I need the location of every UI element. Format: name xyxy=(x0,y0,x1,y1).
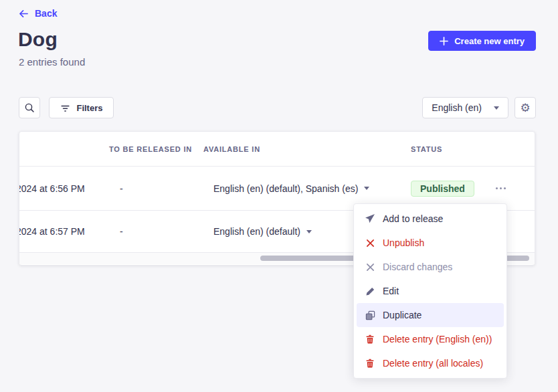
menu-item-label: Delete entry (all locales) xyxy=(383,358,483,369)
entries-count: 2 entries found xyxy=(19,56,85,68)
menu-item-label: Unpublish xyxy=(383,237,424,248)
cell-updated-at: 2024 at 6:57 PM xyxy=(19,226,85,237)
filters-label: Filters xyxy=(76,103,102,113)
search-button[interactable] xyxy=(19,97,40,118)
cross-icon xyxy=(365,262,375,272)
available-locales-text: English (en) (default), Spanish (es) xyxy=(213,183,358,194)
menu-item-edit[interactable]: Edit xyxy=(357,279,504,303)
create-new-entry-label: Create new entry xyxy=(454,36,525,46)
chevron-down-icon xyxy=(306,230,312,233)
menu-item-unpublish[interactable]: Unpublish xyxy=(357,231,504,255)
menu-item-label: Duplicate xyxy=(383,310,422,320)
back-label: Back xyxy=(35,8,57,19)
menu-item-label: Discard changes xyxy=(383,262,452,272)
page-title: Dog xyxy=(18,28,58,51)
column-header-status[interactable]: STATUS xyxy=(411,132,442,167)
row-actions-menu: Add to release Unpublish Discard changes… xyxy=(353,203,507,379)
cell-to-be-released-in: - xyxy=(120,226,123,237)
more-options-button[interactable] xyxy=(494,182,507,195)
gear-icon: ⚙ xyxy=(520,102,530,114)
menu-item-label: Edit xyxy=(383,286,399,296)
menu-item-add-to-release[interactable]: Add to release xyxy=(357,207,504,231)
cell-updated-at: 2024 at 6:56 PM xyxy=(19,183,85,194)
locale-select[interactable]: English (en) xyxy=(422,97,508,118)
create-new-entry-button[interactable]: Create new entry xyxy=(428,31,536,51)
available-locales-text: English (en) (default) xyxy=(213,226,300,237)
toolbar: Filters English (en) ⚙ xyxy=(19,97,536,118)
filters-button[interactable]: Filters xyxy=(49,97,114,118)
cell-to-be-released-in: - xyxy=(120,183,123,194)
filter-icon xyxy=(60,103,70,113)
duplicate-icon xyxy=(365,310,375,320)
menu-item-duplicate[interactable]: Duplicate xyxy=(357,303,504,327)
back-link[interactable]: Back xyxy=(19,8,57,19)
plus-icon xyxy=(440,37,448,45)
trash-icon xyxy=(365,334,375,345)
status-badge: Published xyxy=(411,181,474,197)
menu-item-label: Delete entry (English (en)) xyxy=(383,334,492,345)
table-header-row: TO BE RELEASED IN AVAILABLE IN STATUS xyxy=(19,132,535,167)
menu-item-delete-entry-locale[interactable]: Delete entry (English (en)) xyxy=(357,327,504,351)
column-header-to-be-released-in[interactable]: TO BE RELEASED IN xyxy=(109,132,192,167)
settings-button[interactable]: ⚙ xyxy=(515,97,536,118)
column-header-available-in[interactable]: AVAILABLE IN xyxy=(203,132,260,167)
send-icon xyxy=(365,213,375,224)
trash-icon xyxy=(365,358,375,369)
pencil-icon xyxy=(365,286,375,296)
arrow-left-icon xyxy=(19,9,29,19)
cell-available-in[interactable]: English (en) (default) xyxy=(213,226,312,237)
locale-selected-value: English (en) xyxy=(432,102,482,113)
menu-item-delete-entry-all-locales[interactable]: Delete entry (all locales) xyxy=(357,351,504,375)
chevron-down-icon xyxy=(494,106,499,110)
menu-item-label: Add to release xyxy=(383,213,443,224)
cross-icon xyxy=(365,237,375,248)
chevron-down-icon xyxy=(364,187,369,190)
cell-available-in[interactable]: English (en) (default), Spanish (es) xyxy=(213,183,369,194)
search-icon xyxy=(24,102,35,113)
menu-item-discard-changes[interactable]: Discard changes xyxy=(357,255,504,279)
